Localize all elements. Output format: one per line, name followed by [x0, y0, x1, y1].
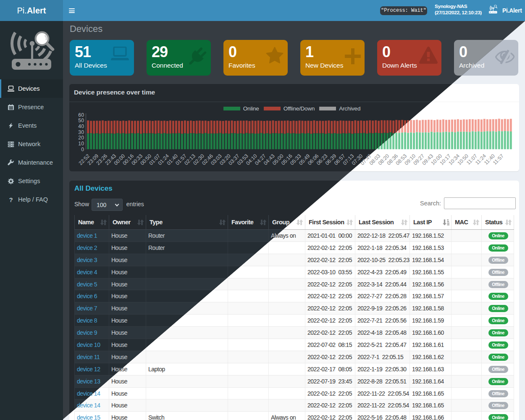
svg-text:10: 10 — [78, 141, 84, 147]
svg-text:60: 60 — [78, 112, 84, 118]
svg-text:0: 0 — [81, 147, 84, 152]
svg-text:20: 20 — [78, 135, 84, 141]
svg-text:?: ? — [9, 197, 13, 203]
svg-text:30: 30 — [78, 129, 84, 135]
svg-text:40: 40 — [78, 123, 84, 129]
svg-text:50: 50 — [78, 118, 84, 123]
